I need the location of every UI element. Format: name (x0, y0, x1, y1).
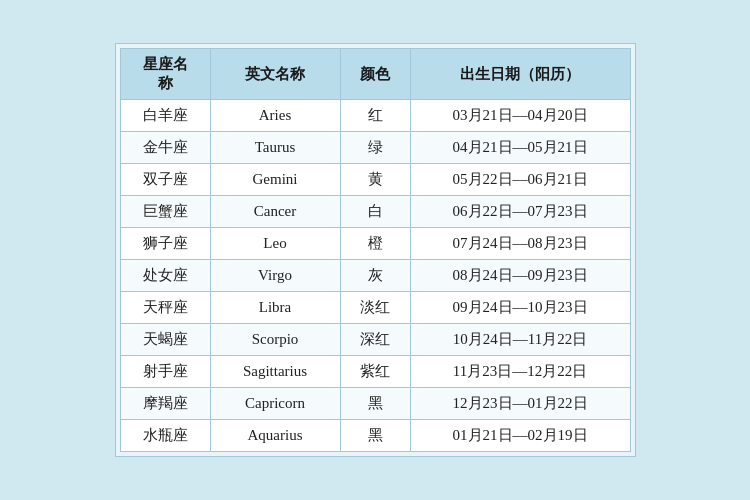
header-english: 英文名称 (210, 49, 340, 100)
cell-color: 黄 (340, 164, 410, 196)
cell-color: 紫红 (340, 356, 410, 388)
cell-english: Virgo (210, 260, 340, 292)
header-chinese: 星座名称 (120, 49, 210, 100)
cell-english: Sagittarius (210, 356, 340, 388)
cell-english: Capricorn (210, 388, 340, 420)
cell-date: 10月24日—11月22日 (410, 324, 630, 356)
table-row: 狮子座Leo橙07月24日—08月23日 (120, 228, 630, 260)
cell-english: Leo (210, 228, 340, 260)
cell-english: Aries (210, 100, 340, 132)
cell-color: 橙 (340, 228, 410, 260)
table-row: 白羊座Aries红03月21日—04月20日 (120, 100, 630, 132)
table-row: 天秤座Libra淡红09月24日—10月23日 (120, 292, 630, 324)
cell-chinese: 射手座 (120, 356, 210, 388)
table-row: 双子座Gemini黄05月22日—06月21日 (120, 164, 630, 196)
cell-date: 07月24日—08月23日 (410, 228, 630, 260)
cell-date: 08月24日—09月23日 (410, 260, 630, 292)
table-row: 天蝎座Scorpio深红10月24日—11月22日 (120, 324, 630, 356)
cell-color: 黑 (340, 420, 410, 452)
cell-english: Cancer (210, 196, 340, 228)
header-date: 出生日期（阳历） (410, 49, 630, 100)
cell-date: 06月22日—07月23日 (410, 196, 630, 228)
cell-chinese: 天蝎座 (120, 324, 210, 356)
cell-color: 黑 (340, 388, 410, 420)
cell-date: 01月21日—02月19日 (410, 420, 630, 452)
cell-english: Scorpio (210, 324, 340, 356)
cell-english: Taurus (210, 132, 340, 164)
cell-date: 12月23日—01月22日 (410, 388, 630, 420)
table-row: 摩羯座Capricorn黑12月23日—01月22日 (120, 388, 630, 420)
cell-chinese: 巨蟹座 (120, 196, 210, 228)
cell-chinese: 水瓶座 (120, 420, 210, 452)
cell-date: 11月23日—12月22日 (410, 356, 630, 388)
table-row: 处女座Virgo灰08月24日—09月23日 (120, 260, 630, 292)
cell-chinese: 天秤座 (120, 292, 210, 324)
cell-date: 05月22日—06月21日 (410, 164, 630, 196)
cell-color: 红 (340, 100, 410, 132)
zodiac-table: 星座名称 英文名称 颜色 出生日期（阳历） 白羊座Aries红03月21日—04… (120, 48, 631, 452)
cell-chinese: 双子座 (120, 164, 210, 196)
cell-english: Libra (210, 292, 340, 324)
cell-color: 深红 (340, 324, 410, 356)
table-row: 巨蟹座Cancer白06月22日—07月23日 (120, 196, 630, 228)
table-body: 白羊座Aries红03月21日—04月20日金牛座Taurus绿04月21日—0… (120, 100, 630, 452)
cell-chinese: 狮子座 (120, 228, 210, 260)
cell-chinese: 金牛座 (120, 132, 210, 164)
cell-color: 绿 (340, 132, 410, 164)
cell-chinese: 白羊座 (120, 100, 210, 132)
header-color: 颜色 (340, 49, 410, 100)
cell-color: 灰 (340, 260, 410, 292)
table-row: 金牛座Taurus绿04月21日—05月21日 (120, 132, 630, 164)
table-row: 水瓶座Aquarius黑01月21日—02月19日 (120, 420, 630, 452)
cell-english: Aquarius (210, 420, 340, 452)
table-row: 射手座Sagittarius紫红11月23日—12月22日 (120, 356, 630, 388)
cell-color: 淡红 (340, 292, 410, 324)
cell-date: 04月21日—05月21日 (410, 132, 630, 164)
table-header-row: 星座名称 英文名称 颜色 出生日期（阳历） (120, 49, 630, 100)
cell-chinese: 处女座 (120, 260, 210, 292)
cell-chinese: 摩羯座 (120, 388, 210, 420)
cell-date: 03月21日—04月20日 (410, 100, 630, 132)
cell-english: Gemini (210, 164, 340, 196)
zodiac-table-container: 星座名称 英文名称 颜色 出生日期（阳历） 白羊座Aries红03月21日—04… (115, 43, 636, 457)
cell-date: 09月24日—10月23日 (410, 292, 630, 324)
cell-color: 白 (340, 196, 410, 228)
